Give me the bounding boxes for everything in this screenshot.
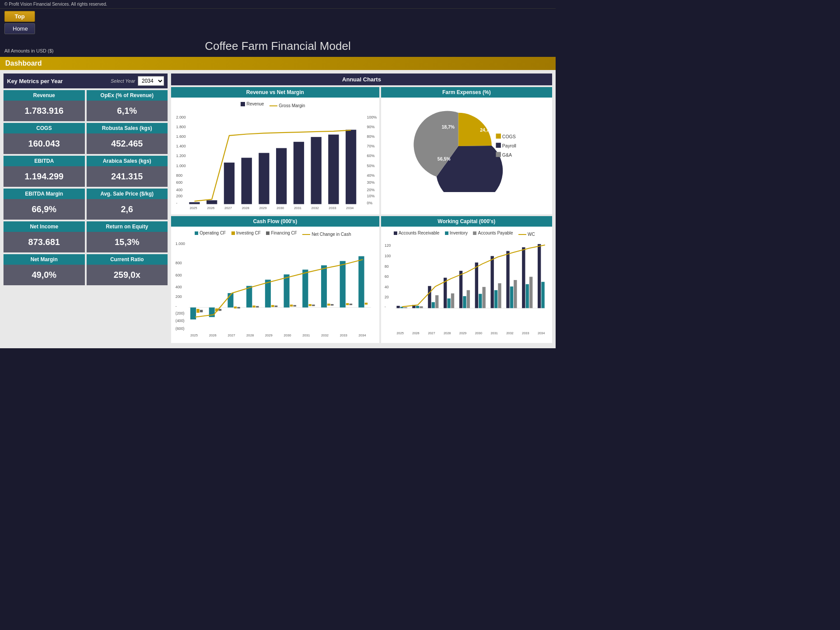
svg-text:2032: 2032: [312, 206, 319, 210]
svg-text:100%: 100%: [367, 115, 377, 119]
expenses-pie-svg: 24,7% 56,5% 18,7% COGS Payroll G&A: [384, 100, 550, 192]
svg-text:80: 80: [385, 264, 389, 269]
svg-rect-131: [514, 280, 517, 308]
svg-text:80%: 80%: [367, 134, 375, 139]
svg-rect-77: [290, 304, 293, 306]
svg-rect-45: [496, 133, 500, 138]
svg-rect-129: [506, 251, 509, 308]
svg-text:2033: 2033: [522, 331, 529, 335]
svg-rect-121: [463, 296, 466, 308]
svg-text:120: 120: [385, 243, 391, 248]
svg-rect-120: [459, 271, 462, 308]
svg-rect-124: [479, 294, 482, 308]
svg-rect-127: [494, 290, 497, 308]
svg-rect-24: [224, 163, 234, 204]
svg-rect-73: [265, 280, 271, 308]
svg-text:2027: 2027: [428, 331, 435, 335]
metric-roe: Return on Equity 15,3%: [87, 221, 168, 252]
expenses-chart-title: Farm Expenses (%): [381, 87, 552, 98]
svg-text:60: 60: [385, 274, 389, 279]
svg-rect-27: [276, 148, 287, 204]
svg-rect-80: [308, 304, 312, 306]
svg-rect-113: [420, 306, 423, 308]
svg-rect-70: [246, 286, 252, 308]
svg-text:800: 800: [175, 261, 182, 265]
svg-rect-78: [293, 305, 296, 306]
revenue-chart-svg: 2.000 1.800 1.600 1.400 1.200 1.000 800 …: [174, 109, 377, 210]
svg-rect-134: [529, 277, 532, 308]
svg-text:40: 40: [385, 285, 389, 289]
svg-text:800: 800: [176, 173, 183, 178]
svg-text:24,7%: 24,7%: [480, 127, 493, 133]
metric-revenue: Revenue 1.783.916: [4, 90, 85, 121]
svg-rect-83: [327, 304, 330, 305]
metric-ebitda: EBITDA 1.194.299: [4, 156, 85, 187]
svg-text:2025: 2025: [189, 206, 197, 210]
svg-text:30%: 30%: [367, 180, 375, 185]
svg-text:400: 400: [175, 285, 182, 289]
svg-text:40%: 40%: [367, 173, 375, 178]
svg-text:2034: 2034: [358, 333, 366, 337]
svg-text:200: 200: [175, 294, 182, 299]
working-capital-chart-title: Working Capital (000's): [381, 216, 552, 227]
svg-rect-87: [350, 304, 353, 305]
svg-text:2031: 2031: [490, 331, 497, 335]
svg-text:100: 100: [385, 254, 391, 258]
metrics-title: Key Metrics per Year: [7, 78, 111, 84]
svg-text:10%: 10%: [367, 194, 375, 198]
svg-text:(400): (400): [175, 318, 185, 323]
svg-text:2031: 2031: [302, 333, 310, 337]
svg-text:2026: 2026: [412, 331, 419, 335]
cashflow-chart-title: Cash Flow (000's): [171, 216, 379, 227]
svg-text:70%: 70%: [367, 144, 375, 148]
svg-text:2028: 2028: [444, 331, 451, 335]
svg-text:1.200: 1.200: [176, 154, 186, 158]
svg-rect-128: [498, 283, 501, 308]
svg-rect-81: [312, 304, 315, 306]
cashflow-chart-box: Cash Flow (000's) Operating CF Investing…: [171, 216, 379, 343]
svg-rect-68: [234, 307, 237, 308]
metric-robusta: Robusta Sales (kgs) 452.465: [87, 123, 168, 154]
svg-text:2028: 2028: [246, 333, 254, 337]
svg-text:90%: 90%: [367, 125, 375, 129]
svg-text:2027: 2027: [224, 206, 232, 210]
svg-text:1.000: 1.000: [176, 164, 186, 168]
year-select[interactable]: 2034 2033 2032: [138, 76, 164, 86]
charts-area: Annual Charts Revenue vs Net Margin Reve…: [168, 74, 552, 345]
svg-rect-22: [189, 202, 200, 204]
svg-text:COGS: COGS: [502, 134, 515, 139]
svg-text:50%: 50%: [367, 164, 375, 168]
svg-rect-28: [294, 142, 304, 204]
wc-chart-svg: 120 100 80 60 40 20 -: [384, 238, 550, 339]
svg-rect-62: [196, 309, 200, 313]
svg-text:400: 400: [176, 188, 183, 192]
svg-text:2029: 2029: [259, 206, 266, 210]
svg-text:2029: 2029: [265, 333, 273, 337]
svg-rect-119: [451, 294, 454, 308]
svg-rect-130: [510, 287, 513, 308]
svg-text:2030: 2030: [276, 206, 284, 210]
metric-cogs: COGS 160.043: [4, 123, 85, 154]
svg-text:56,5%: 56,5%: [438, 156, 451, 161]
svg-text:2032: 2032: [321, 333, 329, 337]
metric-arabica: Arabica Sales (kgs) 241.315: [87, 156, 168, 187]
svg-text:Payroll: Payroll: [502, 143, 516, 148]
svg-text:18,7%: 18,7%: [441, 124, 455, 130]
svg-text:2033: 2033: [329, 206, 336, 210]
metrics-grid: Revenue 1.783.916 OpEx (% of Revenue) 6,…: [4, 90, 168, 285]
svg-text:2026: 2026: [209, 333, 217, 337]
svg-rect-88: [358, 256, 364, 308]
svg-rect-25: [242, 158, 252, 204]
svg-text:-: -: [175, 304, 177, 308]
top-button[interactable]: Top: [4, 11, 35, 22]
revenue-legend: Revenue Gross Margin: [174, 100, 377, 109]
svg-rect-85: [340, 261, 346, 308]
svg-rect-26: [259, 153, 269, 204]
svg-rect-30: [328, 135, 339, 204]
metrics-panel: Key Metrics per Year Select Year 2034 20…: [4, 74, 168, 345]
svg-text:2028: 2028: [242, 206, 249, 210]
svg-rect-135: [538, 244, 541, 308]
revenue-chart-box: Revenue vs Net Margin Revenue Gross Marg…: [171, 87, 379, 214]
svg-rect-115: [431, 302, 434, 308]
svg-rect-49: [496, 152, 500, 157]
